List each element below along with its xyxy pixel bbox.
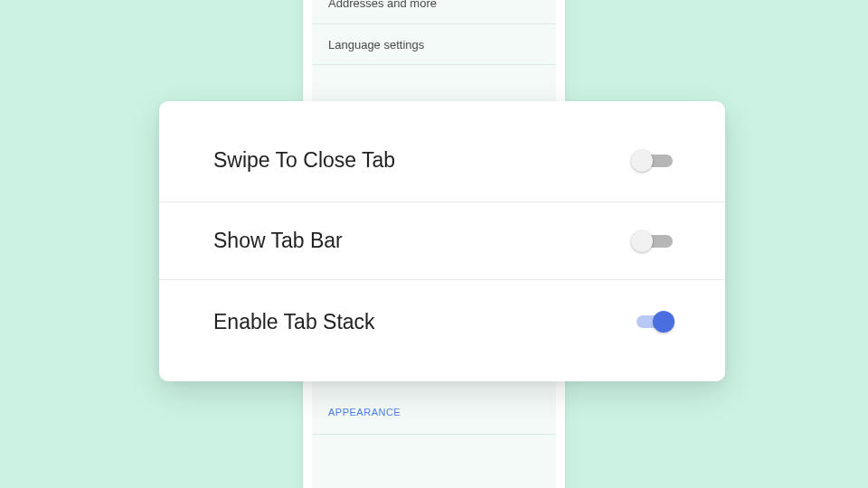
toggle-thumb xyxy=(631,230,653,252)
toggle-swipe-close[interactable] xyxy=(631,148,675,174)
settings-card: Swipe To Close Tab Show Tab Bar Enable T… xyxy=(159,101,725,381)
setting-label: Show Tab Bar xyxy=(213,229,343,253)
toggle-show-tab-bar[interactable] xyxy=(631,229,675,254)
bg-item-addresses[interactable]: Addresses and more xyxy=(312,0,556,23)
bg-separator xyxy=(312,434,556,435)
bg-section-label: APPEARANCE xyxy=(328,407,401,418)
setting-row-swipe-close: Swipe To Close Tab xyxy=(159,101,725,202)
toggle-enable-tab-stack[interactable] xyxy=(631,309,675,334)
toggle-thumb xyxy=(631,150,653,172)
bg-item-label: Addresses and more xyxy=(328,0,437,10)
toggle-thumb xyxy=(653,311,675,333)
background-settings-list: Addresses and more Language settings xyxy=(312,0,556,65)
setting-label: Enable Tab Stack xyxy=(213,310,375,334)
bg-item-label: Language settings xyxy=(328,38,424,52)
setting-row-show-tab-bar: Show Tab Bar xyxy=(159,202,725,280)
bg-item-language[interactable]: Language settings xyxy=(312,23,556,65)
setting-row-enable-tab-stack: Enable Tab Stack xyxy=(159,280,725,381)
setting-label: Swipe To Close Tab xyxy=(213,148,395,173)
